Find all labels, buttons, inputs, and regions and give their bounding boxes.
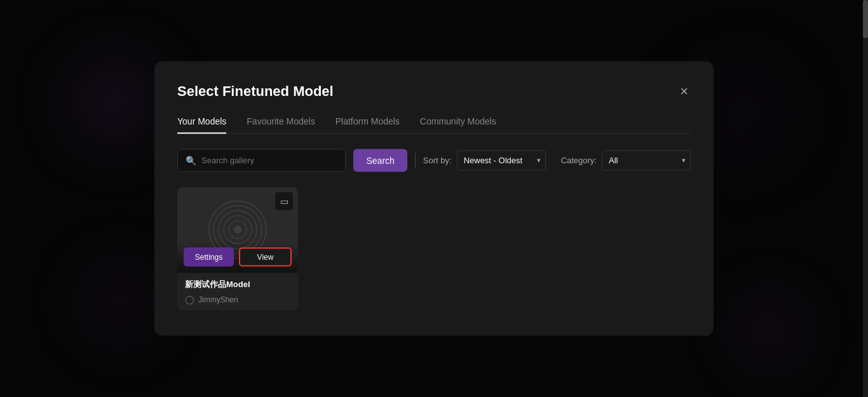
bookmark-button[interactable]: ▭: [275, 192, 293, 210]
model-name: 新测试作品Model: [185, 279, 290, 290]
author-icon: ◯: [185, 295, 194, 304]
scrollbar-thumb[interactable]: [863, 0, 868, 38]
settings-button[interactable]: Settings: [184, 247, 234, 266]
model-card-thumbnail: ▭ Settings View: [177, 187, 298, 273]
tab-your-models[interactable]: Your Models: [177, 116, 226, 133]
card-actions: Settings View: [177, 241, 298, 273]
modal-dialog: Select Finetuned Model × Your Models Fav…: [154, 61, 714, 336]
tab-platform-models[interactable]: Platform Models: [336, 116, 400, 133]
sort-select[interactable]: Newest - Oldest Oldest - Newest Name A-Z…: [457, 150, 546, 170]
divider: [415, 152, 416, 168]
search-input[interactable]: [201, 156, 337, 165]
modal-header: Select Finetuned Model ×: [177, 81, 691, 100]
scrollbar-track: [863, 0, 868, 397]
model-author: ◯ JimmyShen: [185, 295, 290, 304]
search-button[interactable]: Search: [353, 149, 407, 172]
search-wrapper: 🔍: [177, 149, 346, 172]
category-select-wrapper: All Text Image Audio Video: [602, 150, 691, 170]
controls-row: 🔍 Search Sort by: Newest - Oldest Oldest…: [177, 149, 691, 172]
author-name: JimmyShen: [198, 295, 238, 304]
view-button[interactable]: View: [239, 247, 292, 266]
tab-favourite-models[interactable]: Favourite Models: [247, 116, 315, 133]
model-card-info: 新测试作品Model ◯ JimmyShen: [177, 273, 298, 311]
sort-label: Sort by:: [423, 156, 452, 165]
modal-title: Select Finetuned Model: [177, 83, 334, 99]
category-select[interactable]: All Text Image Audio Video: [602, 150, 691, 170]
sort-select-wrapper: Newest - Oldest Oldest - Newest Name A-Z…: [457, 150, 546, 170]
models-grid: ▭ Settings View 新测试作品Model ◯ JimmyShen: [177, 187, 691, 311]
tab-community-models[interactable]: Community Models: [420, 116, 496, 133]
sort-section: Sort by: Newest - Oldest Oldest - Newest…: [423, 150, 691, 170]
model-card[interactable]: ▭ Settings View 新测试作品Model ◯ JimmyShen: [177, 187, 298, 311]
tab-bar: Your Models Favourite Models Platform Mo…: [177, 116, 691, 133]
category-label: Category:: [561, 156, 597, 165]
close-button[interactable]: ×: [677, 81, 691, 100]
search-icon: 🔍: [186, 155, 196, 165]
